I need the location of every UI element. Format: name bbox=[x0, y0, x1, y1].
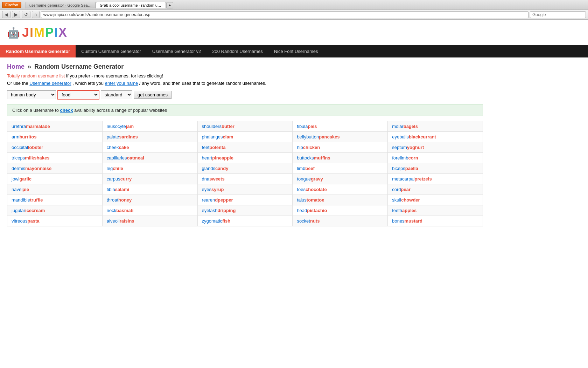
format-dropdown[interactable]: standardmixednumbers bbox=[101, 90, 132, 99]
tab-jimpix[interactable]: Grab a cool username - random user... ✕ bbox=[96, 2, 166, 8]
username-cell[interactable]: tibiasalami bbox=[103, 184, 198, 195]
word2-dropdown[interactable]: fooddrinkssportsanimalscolors bbox=[57, 90, 99, 100]
username-cell[interactable]: eyeballsblackcurrant bbox=[388, 132, 483, 142]
username-cell[interactable]: zygomaticfish bbox=[198, 216, 293, 226]
username-cell[interactable]: capillariesoatmeal bbox=[103, 153, 198, 163]
username-part1: rearen bbox=[202, 197, 215, 203]
username-cell[interactable]: dermismayonnaise bbox=[7, 163, 103, 174]
username-cell[interactable]: cheekcake bbox=[103, 142, 198, 153]
back-button[interactable]: ◀ bbox=[2, 11, 10, 18]
username-cell[interactable]: legchile bbox=[103, 163, 198, 174]
nav-item-custom[interactable]: Custom Username Generator bbox=[76, 45, 147, 57]
username-cell[interactable]: leukocytejam bbox=[103, 121, 198, 132]
username-cell[interactable]: cordpear bbox=[388, 184, 483, 195]
username-part2: basmati bbox=[116, 208, 133, 213]
username-cell[interactable]: shouldersbutter bbox=[198, 121, 293, 132]
username-cell[interactable]: feetpolenta bbox=[198, 142, 293, 153]
check-link[interactable]: check bbox=[60, 108, 73, 113]
tagline-link[interactable]: Totally random username list bbox=[7, 73, 65, 79]
forward-button[interactable]: ▶ bbox=[12, 11, 20, 18]
username-part2: icecream bbox=[25, 208, 45, 213]
username-part1: skull bbox=[392, 197, 401, 203]
username-part1: biceps bbox=[392, 166, 405, 171]
username-cell[interactable]: vitreouspasta bbox=[7, 216, 103, 226]
nav-item-200[interactable]: 200 Random Usernames bbox=[206, 45, 268, 57]
username-cell[interactable]: throathoney bbox=[103, 195, 198, 205]
username-cell[interactable]: bicepspaella bbox=[388, 163, 483, 174]
username-cell[interactable]: teethapples bbox=[388, 205, 483, 216]
firefox-menu-button[interactable]: Firefox bbox=[2, 2, 21, 8]
username-cell[interactable]: bonesmustard bbox=[388, 216, 483, 226]
username-cell[interactable]: heartpineapple bbox=[198, 153, 293, 163]
username-generator-link[interactable]: Username generator bbox=[29, 81, 71, 86]
username-cell[interactable]: socketnuts bbox=[293, 216, 388, 226]
username-cell[interactable]: jugularicecream bbox=[7, 205, 103, 216]
username-part2: garlic bbox=[19, 176, 31, 182]
username-cell[interactable]: mandibletruffle bbox=[7, 195, 103, 205]
username-cell[interactable]: septumyoghurt bbox=[388, 142, 483, 153]
username-cell[interactable]: limbbeef bbox=[293, 163, 388, 174]
username-part2: syrup bbox=[211, 187, 224, 192]
username-cell[interactable]: tonguegravy bbox=[293, 174, 388, 184]
nav-item-random[interactable]: Random Username Generator bbox=[0, 45, 76, 57]
username-cell[interactable]: palatesardines bbox=[103, 132, 198, 142]
username-cell[interactable]: headpistachio bbox=[293, 205, 388, 216]
username-part1: alveoli bbox=[107, 218, 120, 224]
word1-dropdown[interactable]: human bodyanimalssportscolorsnature bbox=[7, 90, 56, 99]
username-part2: sardines bbox=[119, 134, 138, 139]
username-part1: leg bbox=[107, 166, 113, 171]
search-bar[interactable] bbox=[530, 11, 586, 18]
logo-letter-i2: I bbox=[54, 25, 58, 40]
home-link[interactable]: Home bbox=[7, 63, 24, 70]
username-cell[interactable]: navelpie bbox=[7, 184, 103, 195]
username-cell[interactable]: bellybuttonpancakes bbox=[293, 132, 388, 142]
username-cell[interactable]: rearendpepper bbox=[198, 195, 293, 205]
username-cell[interactable]: talustomatoe bbox=[293, 195, 388, 205]
controls: human bodyanimalssportscolorsnature food… bbox=[7, 90, 483, 100]
username-cell[interactable]: armburritos bbox=[7, 132, 103, 142]
username-part1: eyeballs bbox=[392, 134, 409, 139]
username-cell[interactable]: occipitallobster bbox=[7, 142, 103, 153]
username-cell[interactable]: urethramarmalade bbox=[7, 121, 103, 132]
desc-after: / any word, and then uses that to genera… bbox=[139, 81, 266, 86]
username-part1: tongue bbox=[297, 176, 311, 182]
username-cell[interactable]: metacarpalpretzels bbox=[388, 174, 483, 184]
username-cell[interactable]: hipchicken bbox=[293, 142, 388, 153]
reload-button[interactable]: ↺ bbox=[22, 11, 30, 18]
address-bar[interactable] bbox=[41, 11, 528, 18]
username-cell[interactable]: buttocksmuffins bbox=[293, 153, 388, 163]
logo-letter-m: M bbox=[34, 25, 44, 40]
username-cell[interactable]: alveoliraisins bbox=[103, 216, 198, 226]
username-cell[interactable]: dnasweets bbox=[198, 174, 293, 184]
username-part1: palate bbox=[107, 134, 119, 139]
username-cell[interactable]: skullchowder bbox=[388, 195, 483, 205]
username-cell[interactable]: carpuscurry bbox=[103, 174, 198, 184]
check-notice-before: Click on a username to bbox=[12, 108, 60, 113]
username-cell[interactable]: toeschocolate bbox=[293, 184, 388, 195]
username-cell[interactable]: tricepsmilkshakes bbox=[7, 153, 103, 163]
tab-google-search[interactable]: username generator - Google Search bbox=[26, 2, 96, 8]
username-cell[interactable]: glandscandy bbox=[198, 163, 293, 174]
get-usernames-button[interactable]: get usernames bbox=[134, 91, 172, 99]
username-cell[interactable]: jowlgarlic bbox=[7, 174, 103, 184]
username-part1: eyelash bbox=[202, 208, 218, 213]
username-cell[interactable]: phalangesclam bbox=[198, 132, 293, 142]
logo-letter-i: I bbox=[30, 25, 33, 40]
nav-item-v2[interactable]: Username Generator v2 bbox=[147, 45, 206, 57]
username-part1: limb bbox=[297, 166, 305, 171]
new-tab-button[interactable]: + bbox=[166, 2, 173, 8]
logo-letter-j: J bbox=[22, 25, 29, 40]
enter-name-link[interactable]: enter your name bbox=[105, 81, 138, 86]
username-part1: mandible bbox=[12, 197, 30, 203]
username-cell[interactable]: forelimbcorn bbox=[388, 153, 483, 163]
username-cell[interactable]: fibulapies bbox=[293, 121, 388, 132]
username-cell[interactable]: molarbagels bbox=[388, 121, 483, 132]
username-cell[interactable]: eyelashdripping bbox=[198, 205, 293, 216]
username-cell[interactable]: neckbasmati bbox=[103, 205, 198, 216]
nav-item-nicefont[interactable]: Nice Font Usernames bbox=[268, 45, 324, 57]
username-part1: triceps bbox=[12, 155, 25, 161]
username-part1: occipital bbox=[12, 145, 28, 150]
site-logo[interactable]: 🤖 J I M P I X bbox=[7, 25, 581, 40]
home-button[interactable]: ⌂ bbox=[32, 11, 40, 18]
username-cell[interactable]: eyessyrup bbox=[198, 184, 293, 195]
